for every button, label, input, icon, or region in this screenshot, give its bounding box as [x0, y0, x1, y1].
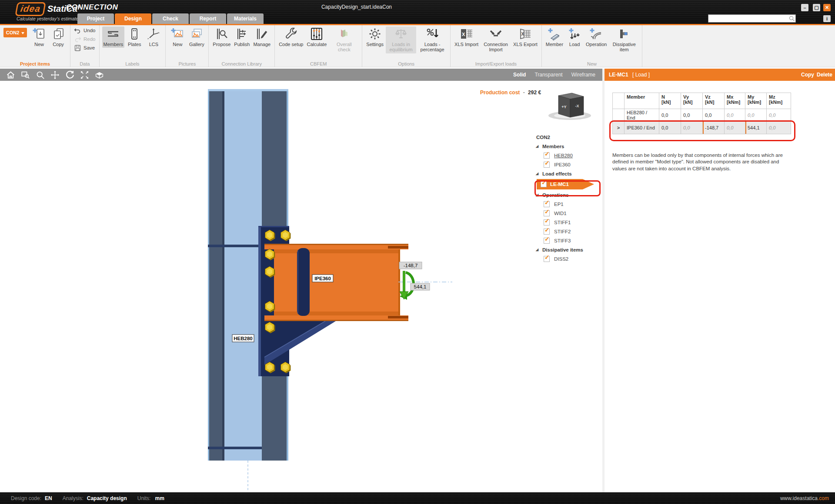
info-button[interactable]: i [823, 15, 831, 22]
table-row-ipe360-end[interactable]: >IPE360 / End0,00,0-148,70,0544,10,0 [613, 122, 791, 134]
ribbon-button-publish[interactable]: Publish [233, 27, 251, 48]
tree-section-operations[interactable]: ◢Operations [534, 190, 608, 199]
tree-item-diss2[interactable]: DISS2 [534, 254, 608, 263]
tab-materials[interactable]: Materials [227, 13, 264, 24]
tab-report[interactable]: Report [190, 13, 226, 24]
ribbon-button-save[interactable]: Save [73, 44, 96, 52]
value-cell[interactable]: -148,7 [703, 122, 725, 134]
dropdown-caret-icon [21, 30, 24, 35]
ribbon-button-member[interactable]: Member [544, 27, 564, 48]
row-expander-chevron[interactable]: > [613, 122, 625, 134]
tree-item-stiff3[interactable]: STIFF3 [534, 236, 608, 245]
zoom-window-icon[interactable] [21, 70, 30, 80]
expander-icon[interactable]: ◢ [534, 172, 542, 176]
publish-icon [235, 27, 248, 40]
ribbon-button-plates[interactable]: Plates [125, 27, 144, 48]
expander-icon[interactable]: ◢ [534, 248, 542, 252]
checkbox-checked-icon[interactable] [544, 153, 550, 159]
tree-item-le-mc1[interactable]: LE-MC1 [534, 178, 608, 190]
ribbon-button-dissipative-item[interactable]: Dissipative item [609, 27, 639, 53]
ribbon-group-import-export-loads: XXLS ImportConnection ImportXXLS ExportI… [451, 25, 542, 67]
search-input[interactable] [709, 15, 788, 22]
value-cell[interactable]: 0,0 [703, 109, 725, 122]
website-link[interactable]: www.ideastatica.com [780, 495, 829, 501]
value-cell[interactable]: 0,0 [659, 109, 681, 122]
ribbon-button-connection-import[interactable]: Connection Import [481, 27, 511, 53]
value-cell[interactable]: 0,0 [681, 122, 703, 134]
zoom-icon[interactable] [36, 70, 45, 80]
ribbon-button-xls-export[interactable]: XXLS Export [512, 27, 539, 48]
overall-check-icon [337, 27, 351, 40]
ribbon-button-lcs[interactable]: LCS [144, 27, 163, 48]
tree-root-con2[interactable]: CON2 [534, 133, 608, 142]
tab-design[interactable]: Design [115, 13, 151, 24]
copy-load-button[interactable]: Copy [801, 72, 814, 78]
ribbon-button-new[interactable]: New [30, 27, 48, 48]
home-icon[interactable] [6, 70, 15, 80]
table-row-heb280-end[interactable]: HEB280 / End0,00,00,00,00,00,0 [613, 109, 791, 122]
minimize-button[interactable]: – [801, 4, 808, 11]
value-cell[interactable]: 0,0 [725, 109, 745, 122]
fit-icon[interactable] [80, 70, 89, 80]
close-button[interactable]: ✕ [823, 4, 831, 11]
maximize-button[interactable]: ▢ [813, 4, 820, 11]
ribbon-button-gallery[interactable]: Gallery [187, 27, 206, 48]
pan-icon[interactable] [50, 70, 60, 80]
delete-load-button[interactable]: Delete [817, 72, 832, 78]
checkbox-checked-icon[interactable] [544, 219, 550, 225]
ribbon-button-members[interactable]: Members [102, 27, 125, 48]
render-mode-wireframe[interactable]: Wireframe [571, 72, 595, 78]
ribbon-button-copy[interactable]: Copy [49, 27, 67, 48]
xls-export-icon: X [519, 27, 532, 40]
checkbox-checked-icon[interactable] [544, 210, 550, 216]
render-mode-solid[interactable]: Solid [513, 72, 526, 78]
render-mode-transparent[interactable]: Transparent [534, 72, 562, 78]
ribbon-button-code-setup[interactable]: Code setup [277, 27, 304, 48]
ribbon-button-new[interactable]: New [168, 27, 187, 48]
checkbox-checked-icon[interactable] [544, 229, 550, 235]
tree-item-heb280[interactable]: HEB280 [534, 151, 608, 160]
ribbon-button-settings[interactable]: Settings [365, 27, 385, 48]
value-cell[interactable]: 544,1 [745, 122, 767, 134]
tree-section-members[interactable]: ◢Members [534, 142, 608, 151]
ribbon-button-manage[interactable]: Manage [252, 27, 272, 48]
ribbon-button-operation[interactable]: Operation [584, 27, 608, 48]
ribbon-group-label: Options [362, 61, 450, 66]
orientation-cube[interactable]: +Y -X [548, 93, 591, 120]
solid-box-icon[interactable] [95, 70, 104, 80]
tab-project[interactable]: Project [77, 13, 114, 24]
project-item-selector[interactable]: CON2 [3, 28, 27, 37]
expander-icon[interactable]: ◢ [534, 193, 542, 197]
tree-item-stiff1[interactable]: STIFF1 [534, 218, 608, 227]
3d-scene[interactable]: HEB280 IPE360 -148,7 544,1 +Y -X [0, 81, 602, 492]
checkbox-checked-icon[interactable] [544, 162, 550, 168]
value-cell[interactable]: 0,0 [659, 122, 681, 134]
checkbox-checked-icon[interactable] [541, 181, 547, 187]
tree-item-wid1[interactable]: WID1 [534, 209, 608, 218]
value-cell[interactable]: 0,0 [745, 109, 767, 122]
tree-item-ep1[interactable]: EP1 [534, 199, 608, 209]
ribbon-button-undo[interactable]: Undo [73, 27, 97, 35]
ribbon-button-calculate[interactable]: Calculate [305, 27, 328, 48]
tab-check[interactable]: Check [152, 13, 189, 24]
expander-icon[interactable]: ◢ [534, 144, 542, 148]
ribbon-button-load[interactable]: Load [565, 27, 584, 48]
ribbon-button-propose[interactable]: Propose [211, 27, 232, 48]
selected-item-arrow[interactable]: LE-MC1 [537, 179, 594, 189]
value-cell[interactable]: 0,0 [725, 122, 745, 134]
value-cell[interactable]: 0,0 [767, 109, 791, 122]
xls-import-icon: X [460, 27, 473, 40]
tree-section-dissipative-items[interactable]: ◢Dissipative items [534, 245, 608, 254]
checkbox-checked-icon[interactable] [544, 201, 550, 207]
tree-item-ipe360[interactable]: IPE360 [534, 160, 608, 169]
tree-section-load-effects[interactable]: ◢Load effects [534, 169, 608, 178]
value-cell[interactable]: 0,0 [767, 122, 791, 134]
checkbox-checked-icon[interactable] [544, 256, 550, 262]
value-cell[interactable]: 0,0 [681, 109, 703, 122]
ribbon-button-loads-percentage[interactable]: Loads - percentage [417, 27, 448, 53]
tree-item-stiff2[interactable]: STIFF2 [534, 227, 608, 236]
table-header-cell-empty [613, 93, 625, 109]
rotate-icon[interactable] [65, 70, 74, 80]
checkbox-checked-icon[interactable] [544, 238, 550, 244]
ribbon-button-xls-import[interactable]: XXLS Import [453, 27, 480, 48]
